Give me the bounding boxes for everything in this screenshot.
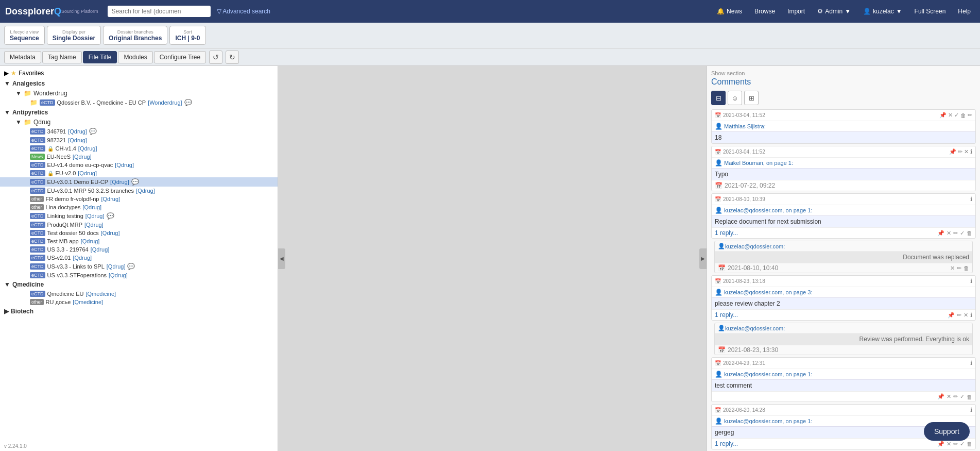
support-button[interactable]: Support [924, 422, 970, 441]
section-biotech[interactable]: ▶ Biotech [0, 306, 278, 316]
collapse-left-btn[interactable]: ◀ [278, 248, 285, 269]
calendar-icon: 📅 [715, 149, 721, 155]
collapse-right-btn[interactable]: ▶ [699, 248, 707, 269]
list-item[interactable]: eCTD 987321 [Qdrug] [0, 136, 278, 144]
favorites-row[interactable]: ▶ ★ Favorites [0, 68, 278, 78]
info-icon[interactable]: ℹ [970, 407, 972, 413]
close-icon[interactable]: ✕ [948, 112, 953, 119]
info-icon[interactable]: ℹ [970, 196, 972, 203]
export-btn[interactable]: ⊞ [744, 91, 759, 105]
check-icon[interactable]: ✓ [960, 230, 965, 237]
info-icon[interactable]: ℹ [970, 148, 972, 155]
close-icon[interactable]: ✕ [947, 441, 951, 447]
reset-btn[interactable]: ↻ [226, 51, 239, 64]
list-item[interactable]: eCTD EU-v1.4 demo eu-cp-qvac [Qdrug] [0, 161, 278, 169]
list-item[interactable]: eCTD Test MB app [Qdrug] [0, 237, 278, 245]
tab-configure-tree[interactable]: Configure Tree [154, 51, 206, 63]
browse-link[interactable]: Browse [750, 8, 779, 15]
pin-icon[interactable]: 📌 [949, 148, 956, 155]
list-item[interactable]: eCTD ProduQt MRP [Qdrug] [0, 221, 278, 229]
edit-icon[interactable]: ✏ [968, 112, 972, 119]
list-item[interactable]: eCTD US-v2.01 [Qdrug] [0, 254, 278, 262]
filter-btn[interactable]: ⊟ [711, 91, 726, 105]
item-wonderdrug[interactable]: ▼ 📁 Wonderdrug [0, 89, 278, 98]
show-section-label: Show section [711, 70, 976, 76]
list-item[interactable]: eCTD Test dossier 50 docs [Qdrug] [0, 229, 278, 237]
edit-icon[interactable]: ✏ [953, 393, 958, 400]
list-item[interactable]: eCTD EU-v3.0.1 MRP 50 3.2.S branches [Qd… [0, 187, 278, 195]
check-icon[interactable]: ✓ [954, 112, 959, 119]
sort-btn[interactable]: Sort ICH | 9-0 [169, 26, 205, 45]
edit-icon[interactable]: ✏ [957, 312, 961, 319]
reply-link[interactable]: 1 reply... [715, 440, 738, 447]
calendar-icon: 📅 [715, 196, 721, 202]
expand-icon: ▶ [4, 70, 9, 77]
lifecycle-btn[interactable]: Lifecycle view Sequence [4, 26, 45, 45]
list-item[interactable]: eCTD US 3.3 - 219764 [Qdrug] [0, 245, 278, 254]
close-icon[interactable]: ✕ [964, 312, 968, 319]
info-icon[interactable]: ℹ [970, 312, 972, 319]
list-item-selected[interactable]: eCTD EU-v3.0.1 Demo EU-CP [Qdrug] 💬 [0, 177, 278, 187]
search-input[interactable] [108, 6, 211, 17]
refresh-btn[interactable]: ↺ [209, 51, 222, 64]
edit-icon[interactable]: ✏ [958, 148, 962, 155]
edit-icon[interactable]: ✏ [957, 265, 961, 272]
tab-metadata[interactable]: Metadata [4, 51, 41, 63]
delete-icon[interactable]: 🗑 [964, 265, 969, 271]
section-qmedicine[interactable]: ▼ Qmedicine [0, 279, 278, 290]
pin-icon[interactable]: 📌 [937, 393, 944, 400]
pin-icon[interactable]: 📌 [939, 112, 947, 119]
info-icon[interactable]: ℹ [970, 360, 972, 366]
close-icon[interactable]: ✕ [947, 393, 951, 400]
section-antipyretics[interactable]: ▼ Antipyretics [0, 107, 278, 118]
list-item[interactable]: other FR demo fr-volpdf-np [Qdrug] [0, 195, 278, 203]
delete-icon[interactable]: 🗑 [967, 441, 972, 447]
edit-icon[interactable]: ✏ [953, 441, 958, 447]
tab-file-title[interactable]: File Title [83, 51, 117, 63]
item-qdossier[interactable]: 📁 eCTD Qdossier B.V. - Qmedicine - EU CP… [0, 98, 278, 107]
branches-btn[interactable]: Dossier branches Original Branches [103, 26, 167, 45]
tab-modules[interactable]: Modules [118, 51, 152, 63]
check-icon[interactable]: ✓ [960, 441, 965, 447]
list-item[interactable]: eCTD 🔒 EU-v2.0 [Qdrug] [0, 169, 278, 177]
close-icon[interactable]: ✕ [950, 265, 955, 272]
close-icon[interactable]: ✕ [947, 230, 951, 237]
comment-actions: ℹ [970, 407, 972, 413]
delete-icon[interactable]: 🗑 [967, 394, 972, 400]
admin-link[interactable]: ⚙ Admin ▼ [813, 8, 855, 15]
list-item[interactable]: other RU досье [Qmedicine] [0, 298, 278, 306]
list-item[interactable]: eCTD Linking testing [Qdrug] 💬 [0, 211, 278, 221]
calendar-icon: 📅 [715, 360, 721, 366]
tab-tag-name[interactable]: Tag Name [42, 51, 82, 63]
advanced-search-link[interactable]: ▽ Advanced search [217, 8, 270, 15]
help-link[interactable]: Help [954, 8, 975, 15]
list-item[interactable]: other Lina doctypes [Qdrug] [0, 203, 278, 211]
pin-icon[interactable]: 📌 [937, 230, 944, 237]
user-link[interactable]: 👤 kuzelac ▼ [859, 8, 906, 15]
delete-icon[interactable]: 🗑 [967, 230, 972, 236]
delete-icon[interactable]: 🗑 [960, 112, 966, 119]
list-item[interactable]: eCTD 346791 [Qdrug] 💬 [0, 127, 278, 136]
emoji-btn[interactable]: ☺ [728, 91, 742, 105]
list-item[interactable]: eCTD 🔒 CH-v1.4 [Qdrug] [0, 144, 278, 153]
pin-icon[interactable]: 📌 [937, 441, 944, 447]
close-icon[interactable]: ✕ [964, 148, 969, 155]
info-icon[interactable]: ℹ [970, 278, 972, 285]
edit-icon[interactable]: ✏ [953, 230, 958, 237]
list-item[interactable]: eCTD Qmedicine EU [Qmedicine] [0, 290, 278, 298]
list-item[interactable]: eCTD US-v3.3 - Links to SPL [Qdrug] 💬 [0, 262, 278, 271]
list-item[interactable]: News EU-NeeS [Qdrug] [0, 153, 278, 161]
display-btn[interactable]: Display per Single Dossier [47, 26, 101, 45]
section-analgesics[interactable]: ▼ Analgesics [0, 78, 278, 89]
list-item[interactable]: eCTD US-v3.3-STFoperations [Qdrug] [0, 271, 278, 279]
user-chevron-icon: ▼ [896, 8, 902, 15]
import-link[interactable]: Import [783, 8, 809, 15]
reply-link[interactable]: 1 reply... [715, 229, 738, 237]
comment-actions: ℹ [970, 278, 972, 285]
pin-icon[interactable]: 📌 [948, 312, 955, 319]
reply-link[interactable]: 1 reply... [715, 311, 738, 319]
check-icon[interactable]: ✓ [960, 393, 965, 400]
item-qdrug[interactable]: ▼ 📁 Qdrug [0, 118, 278, 127]
fullscreen-link[interactable]: Full Screen [910, 8, 950, 15]
news-link[interactable]: 🔔 News [713, 8, 746, 15]
